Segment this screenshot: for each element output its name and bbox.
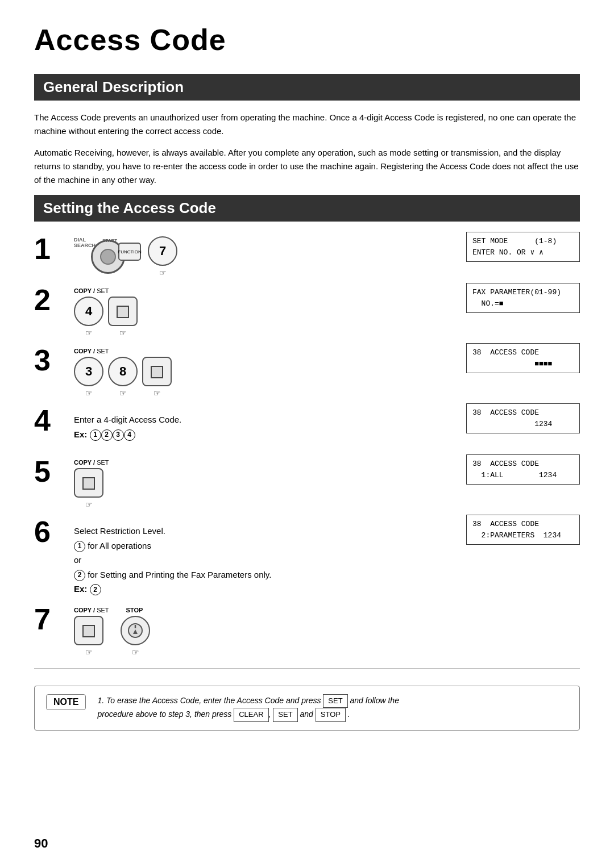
finger-1: ☞ <box>148 268 177 277</box>
setting-header: Setting the Access Code <box>34 195 580 222</box>
step-6-or: or <box>74 553 271 567</box>
copy-set-button-5[interactable] <box>74 468 103 498</box>
step-3-number: 3 <box>34 345 74 375</box>
circled-1: 1 <box>90 429 101 441</box>
general-para-1: The Access Code prevents an unauthorized… <box>34 111 580 138</box>
step-7-keys-col: COPY / SET STOP ☞ <box>74 607 150 657</box>
stop-button[interactable] <box>121 616 150 645</box>
step-1-display: SET MODE (1-8) ENTER NO. OR ∨ ∧ <box>421 232 580 262</box>
step-6-number: 6 <box>34 517 74 546</box>
step-6-desc: Select Restriction Level. 1 for All oper… <box>74 519 271 596</box>
key-3[interactable]: 3 <box>74 357 103 386</box>
copy-set-button-7[interactable] <box>74 616 103 645</box>
display-box-1: SET MODE (1-8) ENTER NO. OR ∨ ∧ <box>466 232 580 262</box>
step-5-number: 5 <box>34 457 74 486</box>
step-1-number: 1 <box>34 234 74 264</box>
step-3-display: 38 ACCESS CODE ■■■■ <box>421 343 580 373</box>
copy-set-button-3[interactable] <box>142 357 172 386</box>
step-1-row: 1 DIALSEARCH START FUNCTION 7 ☞ <box>34 232 580 277</box>
step-4-desc-line1: Enter a 4-digit Access Code. <box>74 412 181 427</box>
step-7-labels-row: COPY / SET STOP <box>74 607 143 614</box>
key-4[interactable]: 4 <box>74 297 103 326</box>
step-3-key8-col: 8 ☞ <box>108 357 138 398</box>
finger-2a: ☞ <box>74 328 103 337</box>
step-3-keys-row: 3 ☞ 8 ☞ ☞ <box>74 357 172 398</box>
step-7-copyset-col: ☞ <box>74 616 103 657</box>
step-7-content: COPY / SET STOP ☞ <box>74 602 421 657</box>
note-text3: procedure above to step 3, then press <box>97 710 234 719</box>
copy-set-icon-3 <box>151 366 163 378</box>
general-para-2: Automatic Receiving, however, is always … <box>34 146 580 187</box>
step-5-content: COPY / SET ☞ <box>74 454 421 509</box>
step-6-ex: Ex: 2 <box>74 582 271 596</box>
step-7-row: 7 COPY / SET STOP ☞ <box>34 602 580 657</box>
note-btn-set2: SET <box>273 708 297 722</box>
step-5-copyset-col: ☞ <box>74 468 103 509</box>
step-4-content: Enter a 4-digit Access Code. Ex: 1234 <box>74 403 421 441</box>
step-2-keys-row: 4 ☞ ☞ <box>74 297 138 337</box>
step-3-copyset-col: ☞ <box>142 357 172 398</box>
step-2-content: COPY / SET 4 ☞ ☞ <box>74 283 421 337</box>
note-label: NOTE <box>46 694 86 710</box>
display-box-5: 38 ACCESS CODE 1:ALL 1234 <box>466 454 580 485</box>
page-title: Access Code <box>34 23 580 57</box>
finger-7a: ☞ <box>74 648 103 657</box>
step-5-keys-col: COPY / SET ☞ <box>74 459 109 509</box>
finger-3a: ☞ <box>74 389 103 398</box>
copy-set-button-2[interactable] <box>108 297 138 326</box>
step-6-option2: 2 for Setting and Printing the Fax Param… <box>74 567 271 582</box>
step-3-row: 3 COPY / SET 3 ☞ 8 ☞ <box>34 343 580 398</box>
note-text4: , <box>269 710 273 719</box>
display-box-3: 38 ACCESS CODE ■■■■ <box>466 343 580 373</box>
circled-ex2: 2 <box>90 584 101 595</box>
display-box-4: 38 ACCESS CODE 1234 <box>466 403 580 433</box>
key-8[interactable]: 8 <box>108 357 138 386</box>
note-btn-stop: STOP <box>316 708 346 722</box>
step-7-number: 7 <box>34 604 74 634</box>
copy-set-icon-5 <box>82 477 95 490</box>
step-7-stop-label: STOP <box>126 607 143 614</box>
step-7-copy-label: COPY / SET <box>74 607 109 614</box>
copy-set-icon-2 <box>117 306 129 318</box>
step-4-row: 4 Enter a 4-digit Access Code. Ex: 1234 … <box>34 403 580 449</box>
finger-3c: ☞ <box>142 389 172 398</box>
step-5-row: 5 COPY / SET ☞ 38 ACCESS CODE 1 <box>34 454 580 509</box>
step-2-key4-col: 4 ☞ <box>74 297 103 337</box>
divider <box>34 668 580 669</box>
step-4-desc: Enter a 4-digit Access Code. Ex: 1234 <box>74 408 181 441</box>
function-button[interactable]: FUNCTION <box>118 243 141 261</box>
display-box-6: 38 ACCESS CODE 2:PARAMETERS 1234 <box>466 515 580 545</box>
step-6-display: 38 ACCESS CODE 2:PARAMETERS 1234 <box>421 515 580 545</box>
step-5-display: 38 ACCESS CODE 1:ALL 1234 <box>421 454 580 485</box>
step-5-keys-row: ☞ <box>74 468 103 509</box>
circled-opt1: 1 <box>74 541 85 552</box>
note-btn-set1: SET <box>323 694 347 708</box>
step-2-keys-col: COPY / SET 4 ☞ ☞ <box>74 287 138 337</box>
note-btn-clear: CLEAR <box>234 708 268 722</box>
step-6-select: Select Restriction Level. <box>74 524 271 539</box>
display-box-2: FAX PARAMETER(01-99) NO.=■ <box>466 283 580 313</box>
circled-2: 2 <box>101 429 113 441</box>
circled-opt2: 2 <box>74 570 85 581</box>
step-3-content: COPY / SET 3 ☞ 8 ☞ <box>74 343 421 398</box>
page: Access Code General Description The Acce… <box>0 0 614 868</box>
note-text6: . <box>346 710 350 719</box>
step-2-number: 2 <box>34 285 74 315</box>
note-text5: and <box>298 710 316 719</box>
note-section: NOTE 1. To erase the Access Code, enter … <box>34 686 580 731</box>
step-7-stop-col: ☞ <box>121 616 150 657</box>
finger-7b: ☞ <box>121 648 150 657</box>
step-2-copyset-col: ☞ <box>108 297 138 337</box>
key-7[interactable]: 7 <box>148 236 177 266</box>
note-text1: 1. To erase the Access Code, enter the A… <box>97 696 323 705</box>
step-3-copy-label: COPY / SET <box>74 348 109 354</box>
stop-icon <box>127 623 143 639</box>
circled-4: 4 <box>124 429 135 441</box>
step-3-key3-col: 3 ☞ <box>74 357 103 398</box>
finger-3b: ☞ <box>108 389 138 398</box>
step-2-display: FAX PARAMETER(01-99) NO.=■ <box>421 283 580 313</box>
step-3-keys-col: COPY / SET 3 ☞ 8 ☞ <box>74 348 172 398</box>
circled-3: 3 <box>113 429 124 441</box>
steps-section: 1 DIALSEARCH START FUNCTION 7 ☞ <box>34 232 580 657</box>
step-4-number: 4 <box>34 406 74 435</box>
